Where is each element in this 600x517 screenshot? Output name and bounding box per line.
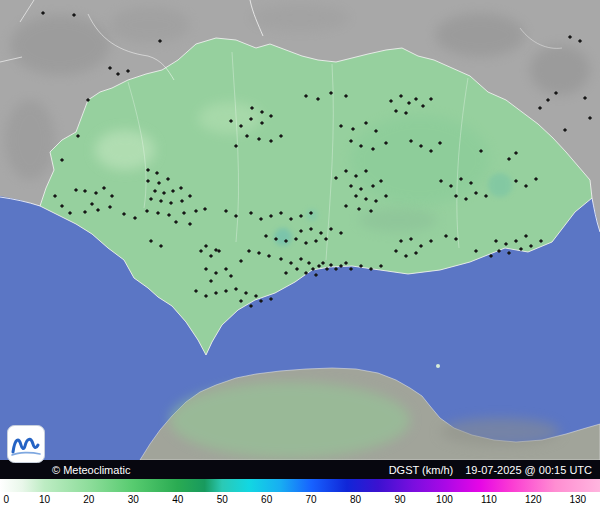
alboran-island	[436, 364, 440, 368]
weather-map	[0, 0, 600, 460]
product-label: DGST (km/h)	[389, 464, 454, 476]
legend-tick-label: 100	[436, 494, 453, 505]
legend-tick-label: 120	[525, 494, 542, 505]
map-meta: DGST (km/h) 19-07-2025 @ 00:15 UTC	[389, 464, 592, 476]
legend-tick-label: 60	[261, 494, 272, 505]
legend-tick-label: 110	[481, 494, 497, 505]
legend-tick-label: 20	[83, 494, 94, 505]
legend-tick-label: 90	[394, 494, 405, 505]
attribution: © Meteoclimatic	[52, 464, 130, 476]
legend-tick-label: 10	[39, 494, 50, 505]
map-svg	[0, 0, 600, 460]
legend-tick-label: 30	[128, 494, 139, 505]
legend-tick-label: 40	[172, 494, 183, 505]
meteoclimatic-logo-icon	[7, 425, 45, 463]
legend-tick-label: 70	[306, 494, 317, 505]
legend-tick-label: 0	[4, 494, 10, 505]
footer-bar: © Meteoclimatic DGST (km/h) 19-07-2025 @…	[0, 460, 600, 479]
legend-tick-label: 50	[217, 494, 228, 505]
legend-gradient-bar	[0, 479, 600, 492]
legend-labels: 0102030405060708090100110120130	[0, 492, 600, 506]
legend-tick-label: 130	[569, 494, 586, 505]
legend-tick-label: 80	[350, 494, 361, 505]
legend: 0102030405060708090100110120130	[0, 479, 600, 517]
weather-map-page: { "footer": { "attribution": "© Meteocli…	[0, 0, 600, 517]
timestamp: 19-07-2025 @ 00:15 UTC	[465, 464, 592, 476]
meteoclimatic-logo	[7, 425, 45, 467]
